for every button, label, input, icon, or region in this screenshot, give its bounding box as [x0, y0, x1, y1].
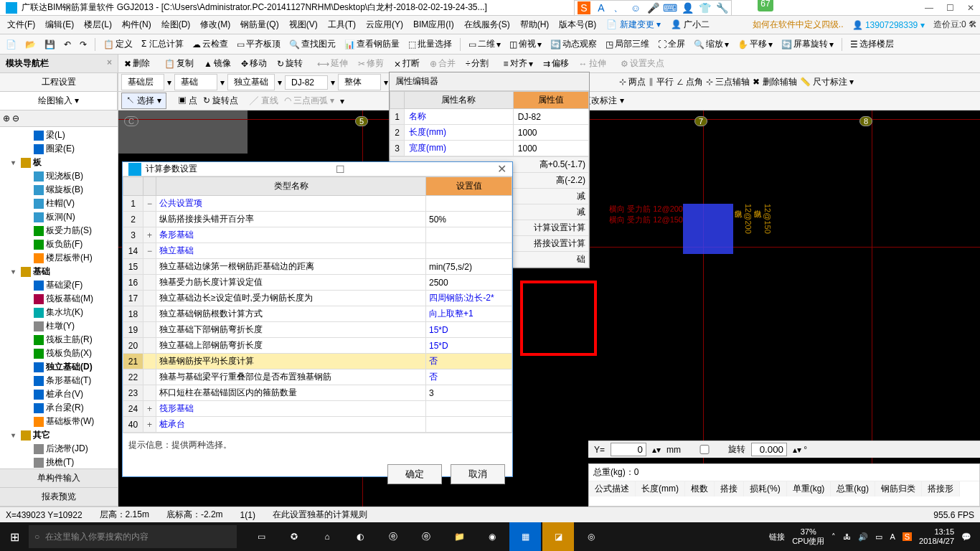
- tab-draw-input[interactable]: 绘图输入 ▾: [0, 92, 118, 110]
- et-rotate[interactable]: ↻ 旋转: [274, 56, 306, 71]
- dlg-row[interactable]: 3+条形基础: [123, 227, 512, 243]
- menu-floor[interactable]: 楼层(L): [80, 17, 116, 33]
- dlg-row[interactable]: 24+筏形基础: [123, 401, 512, 417]
- dlg-row[interactable]: 16 独基受力筋长度计算设定值2500: [123, 275, 512, 291]
- tree-node[interactable]: 板受力筋(S): [1, 224, 116, 237]
- tree-node[interactable]: 桩承台(V): [1, 387, 116, 401]
- sel-rotpt[interactable]: ↻ 旋转点: [203, 95, 238, 107]
- ok-button[interactable]: 确定: [387, 464, 442, 484]
- tree-node[interactable]: 挑檐(T): [1, 456, 116, 468]
- tb-fullscreen[interactable]: ⛶ 全屏: [655, 37, 688, 52]
- dialog-max-button[interactable]: ☐: [336, 164, 345, 175]
- tray-cpu[interactable]: 37%CPU使用: [792, 527, 824, 546]
- rot-check[interactable]: [687, 445, 722, 454]
- tree-node[interactable]: 筏板主筋(R): [1, 333, 116, 347]
- tb-2d[interactable]: ▭ 二维 ▾: [466, 37, 504, 52]
- ime-toolbar[interactable]: S A 、 ☺ 🎤 ⌨ 👤 👕 🔧: [574, 0, 732, 16]
- tree-node[interactable]: 独立基础(D): [1, 360, 116, 374]
- dlg-row[interactable]: 23 杯口短柱在基础锚固区内的箍筋数量3: [123, 385, 512, 401]
- et-break[interactable]: ⨯ 打断: [391, 56, 423, 71]
- start-button[interactable]: ⊞: [0, 522, 29, 551]
- tb-redo[interactable]: ↷: [77, 38, 90, 51]
- taskbar-app-3[interactable]: ◐: [344, 522, 376, 551]
- tb-top-view[interactable]: ◫ 俯视 ▾: [507, 37, 545, 52]
- sel-select[interactable]: ↖ 选择 ▾: [121, 93, 166, 109]
- taskbar-app-5[interactable]: ▦: [509, 522, 541, 551]
- tree-node[interactable]: ▾基础: [1, 265, 116, 278]
- dlg-row[interactable]: 22 独基与基础梁平行重叠部位是否布置独基钢筋否: [123, 369, 512, 385]
- et-move[interactable]: ✥ 移动: [238, 56, 270, 71]
- et-mirror[interactable]: ▲ 镜像: [201, 56, 234, 71]
- tree-node[interactable]: 板负筋(F): [1, 237, 116, 251]
- search-box[interactable]: ○ 在这里输入你要搜索的内容: [29, 525, 237, 548]
- task-view-icon[interactable]: ▭: [245, 522, 277, 551]
- tray-link[interactable]: 链接: [769, 532, 785, 542]
- tb-screen-rot[interactable]: 🔄 屏幕旋转 ▾: [778, 37, 837, 52]
- menu-modify[interactable]: 修改(M): [196, 17, 235, 33]
- tb-zoom[interactable]: 🔍 缩放 ▾: [691, 37, 732, 52]
- menu-version[interactable]: 版本号(B): [555, 17, 600, 33]
- et-delete[interactable]: ✖ 删除: [121, 56, 153, 71]
- component-tree[interactable]: 梁(L)圈梁(E)▾板现浇板(B)螺旋板(B)柱帽(V)板洞(N)板受力筋(S)…: [0, 127, 118, 468]
- vt-dim[interactable]: 📏 尺寸标注 ▾: [800, 76, 854, 88]
- taskbar-ie[interactable]: ⓔ: [410, 522, 442, 551]
- tb-new[interactable]: 📄: [3, 38, 19, 51]
- tray-notif-icon[interactable]: 💬: [961, 532, 971, 542]
- taskbar-app-6[interactable]: ◪: [542, 522, 574, 551]
- ime-comma-icon[interactable]: 、: [612, 1, 625, 14]
- dlg-row[interactable]: 15 独立基础边缘第一根钢筋距基础边的距离min(75,s/2): [123, 259, 512, 275]
- user-tag[interactable]: 👤 广小二: [666, 17, 714, 33]
- menu-cloud[interactable]: 云应用(Y): [362, 17, 407, 33]
- tray-up-icon[interactable]: ˄: [831, 532, 836, 542]
- ime-s-icon[interactable]: S: [578, 1, 590, 14]
- et-split[interactable]: ÷ 分割: [463, 56, 492, 71]
- tree-node[interactable]: 后浇带(JD): [1, 442, 116, 456]
- tb-undo[interactable]: ↶: [61, 38, 74, 51]
- max-button[interactable]: ☐: [946, 3, 954, 13]
- tree-node[interactable]: 楼层板带(H): [1, 251, 116, 265]
- tb-orbit[interactable]: 🔄 动态观察: [547, 37, 600, 52]
- tb-define[interactable]: 📋 定义: [100, 37, 136, 52]
- dlg-row[interactable]: 19 独立基础下部钢筋弯折长度15*D: [123, 322, 512, 338]
- taskbar-app-7[interactable]: ◎: [575, 522, 607, 551]
- tree-node[interactable]: 柱墩(Y): [1, 319, 116, 333]
- tb-select-floor[interactable]: ☰ 选择楼层: [847, 37, 897, 52]
- sel-blank-dd[interactable]: ▾: [340, 96, 362, 106]
- dlg-row[interactable]: 1−公共设置项: [123, 196, 512, 212]
- menu-view[interactable]: 视图(V): [285, 17, 322, 33]
- menu-draw[interactable]: 绘图(D): [157, 17, 195, 33]
- menu-tool[interactable]: 工具(T): [324, 17, 360, 33]
- tray-vol-icon[interactable]: 🔊: [858, 532, 868, 542]
- tb-cloud-check[interactable]: ☁ 云检查: [189, 37, 231, 52]
- ime-shirt-icon[interactable]: 👕: [698, 1, 711, 14]
- et-copy[interactable]: 📋 复制: [161, 56, 197, 71]
- tree-node[interactable]: 螺旋板(B): [1, 183, 116, 197]
- taskbar-edge[interactable]: ⓔ: [377, 522, 409, 551]
- dlg-row[interactable]: 21 独基钢筋按平均长度计算否: [123, 354, 512, 369]
- tb-flat[interactable]: ▭ 平齐板顶: [234, 37, 283, 52]
- tree-node[interactable]: 梁(L): [1, 128, 116, 142]
- tree-node[interactable]: 基础梁(F): [1, 278, 116, 292]
- dialog-close-button[interactable]: ✕: [497, 162, 507, 176]
- tb-save[interactable]: 💾: [42, 38, 58, 51]
- menu-edit[interactable]: 编辑(E): [41, 17, 78, 33]
- tree-node[interactable]: 现浇板(B): [1, 169, 116, 183]
- dlg-row[interactable]: 40+桩承台: [123, 417, 512, 433]
- tip-link[interactable]: 如何在软件中定义四级..: [753, 19, 844, 31]
- foundation-obj[interactable]: 横向 受力筋 12@200 横向 受力筋 12@150 纵向 12@200 纵向…: [609, 204, 772, 254]
- et-align[interactable]: ≡ 对齐 ▾: [500, 56, 535, 71]
- tray-s-icon[interactable]: S: [903, 532, 912, 541]
- taskbar-app-2[interactable]: ⌂: [311, 522, 343, 551]
- vt-2pt[interactable]: ⊹ 两点: [619, 76, 646, 88]
- menu-rebar[interactable]: 钢筋量(Q): [236, 17, 283, 33]
- ime-mic-icon[interactable]: 🎤: [646, 1, 659, 14]
- tree-collapse-icon[interactable]: ⊖: [12, 113, 19, 123]
- tray-net-icon[interactable]: 🖧: [843, 532, 851, 541]
- min-button[interactable]: —: [925, 3, 933, 13]
- y-input[interactable]: [611, 443, 646, 456]
- tb-view-rebar[interactable]: 📊 查看钢筋量: [341, 37, 402, 52]
- dlg-row[interactable]: 20 独立基础上部钢筋弯折长度15*D: [123, 338, 512, 354]
- tree-expand-icon[interactable]: ⊕: [3, 113, 10, 123]
- tab-report-preview[interactable]: 报表预览: [0, 488, 118, 507]
- tb-local3d[interactable]: ◳ 局部三维: [603, 37, 652, 52]
